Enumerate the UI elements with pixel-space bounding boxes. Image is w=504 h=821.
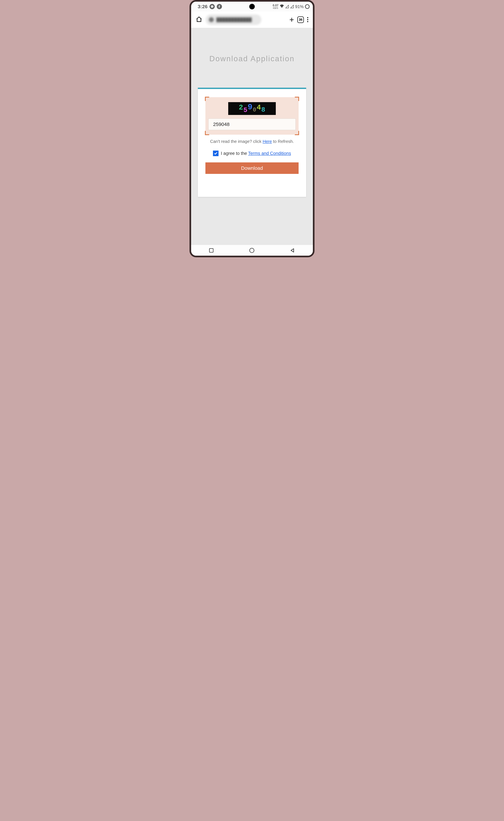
- new-tab-icon[interactable]: +: [289, 15, 294, 24]
- battery-ring-icon: [305, 4, 310, 9]
- agree-row: I agree to the Terms and Conditions: [205, 150, 299, 156]
- refresh-line: Can't read the image? click Here to Refr…: [205, 139, 299, 144]
- overflow-menu-icon[interactable]: [307, 17, 308, 22]
- wifi-icon: [280, 4, 284, 9]
- recent-apps-icon[interactable]: [209, 248, 213, 253]
- status-right: 0.07 KB/S 91%: [273, 4, 310, 9]
- signal-icon-1: [285, 5, 289, 8]
- address-bar[interactable]: ████████████: [206, 14, 261, 25]
- download-card: 2 5 9 0 4 8 Can't read the image? click …: [198, 88, 306, 197]
- tab-count-button[interactable]: 36: [297, 16, 304, 23]
- captcha-image: 2 5 9 0 4 8: [228, 102, 276, 115]
- status-left: 3:26: [198, 4, 222, 9]
- captcha-area: 2 5 9 0 4 8: [205, 97, 299, 135]
- signal-icon-2: [290, 5, 294, 8]
- camera-punch-hole: [249, 4, 255, 9]
- terms-link[interactable]: Terms and Conditions: [248, 151, 291, 156]
- page-title: Download Application: [209, 54, 295, 63]
- agree-label: I agree to the Terms and Conditions: [221, 151, 291, 156]
- page-content[interactable]: Download Application 2 5 9 0 4 8 Can't r…: [191, 28, 313, 245]
- download-button[interactable]: Download: [205, 162, 299, 174]
- messenger-icon: [210, 4, 215, 9]
- browser-toolbar: ████████████ + 36: [191, 11, 313, 28]
- system-nav-bar: [191, 245, 313, 256]
- captcha-input[interactable]: [208, 118, 296, 130]
- home-icon[interactable]: [196, 16, 202, 23]
- status-bar: 3:26 0.07 KB/S 91%: [191, 2, 313, 11]
- data-rate: 0.07 KB/S: [273, 4, 278, 9]
- back-nav-icon[interactable]: [290, 248, 295, 253]
- facebook-icon: [217, 4, 222, 9]
- agree-checkbox[interactable]: [213, 150, 219, 156]
- refresh-link[interactable]: Here: [263, 139, 272, 144]
- phone-frame: 3:26 0.07 KB/S 91%: [189, 0, 315, 257]
- battery-percent: 91%: [295, 4, 304, 9]
- home-nav-icon[interactable]: [249, 248, 254, 253]
- clock: 3:26: [198, 4, 208, 9]
